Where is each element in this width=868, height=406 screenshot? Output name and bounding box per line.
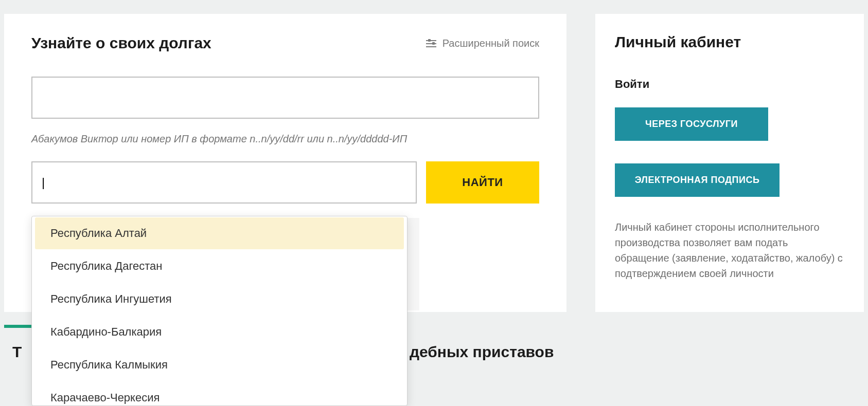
advanced-search-label: Расширенный поиск [442,38,539,49]
dropdown-option[interactable]: Республика Калмыкия [35,349,404,381]
page-title: Узнайте о своих долгах [31,34,211,52]
region-dropdown: Республика Алтай Республика Дагестан Рес… [31,216,408,406]
search-header: Узнайте о своих долгах Расширенный поиск [31,34,539,52]
account-title: Личный кабинет [615,33,844,51]
region-input[interactable] [31,161,417,204]
dropdown-option[interactable]: Карачаево-Черкесия [35,382,404,405]
query-hint: Абакумов Виктор или номер ИП в формате n… [31,133,539,145]
bg-heading-left: Т [12,343,22,361]
region-row: НАЙТИ [31,161,539,204]
sliders-icon [426,39,436,47]
advanced-search-link[interactable]: Расширенный поиск [426,38,539,49]
query-input[interactable] [31,77,539,119]
find-button[interactable]: НАЙТИ [426,161,539,204]
bg-heading-right: дебных приставов [410,343,554,361]
dropdown-option[interactable]: Республика Алтай [35,217,404,249]
dropdown-option[interactable]: Республика Ингушетия [35,283,404,315]
account-panel: Личный кабинет Войти ЧЕРЕЗ ГОСУСЛУГИ ЭЛЕ… [595,14,864,312]
dropdown-option[interactable]: Республика Дагестан [35,250,404,282]
login-gosuslugi-button[interactable]: ЧЕРЕЗ ГОСУСЛУГИ [615,107,768,141]
account-description: Личный кабинет стороны исполнительного п… [615,219,844,281]
dropdown-option[interactable]: Кабардино-Балкария [35,316,404,348]
region-dropdown-scroll[interactable]: Республика Алтай Республика Дагестан Рес… [32,216,407,405]
login-label: Войти [615,78,844,91]
login-esign-button[interactable]: ЭЛЕКТРОННАЯ ПОДПИСЬ [615,163,780,197]
